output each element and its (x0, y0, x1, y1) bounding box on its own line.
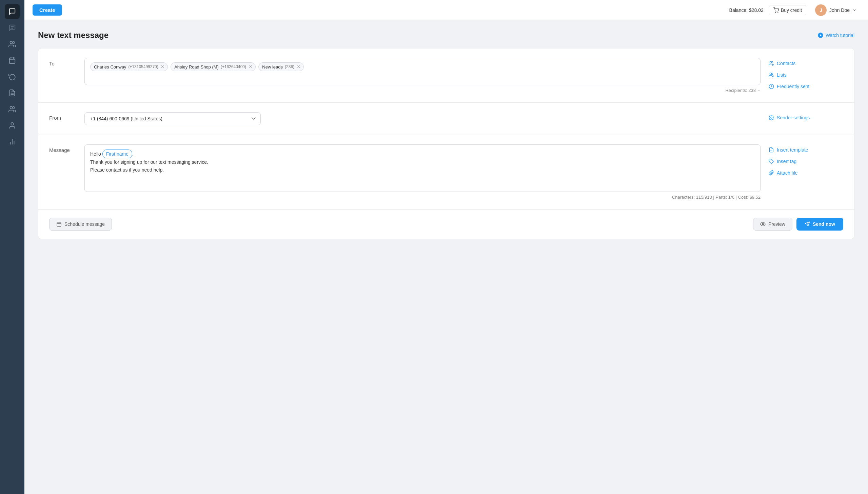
page-header: New text message Watch tutorial (38, 31, 854, 40)
sidebar-item-analytics[interactable] (5, 134, 20, 149)
remove-ahsley-button[interactable]: × (249, 64, 252, 70)
buy-credit-button[interactable]: Buy credit (769, 5, 806, 15)
buy-credit-label: Buy credit (781, 7, 802, 13)
message-line3: Please contact us if you need help. (90, 167, 164, 173)
schedule-label: Schedule message (64, 222, 105, 227)
chip-number: (+13105499270) (128, 64, 158, 69)
attach-file-label: Attach file (777, 170, 797, 176)
play-icon (817, 32, 824, 38)
sidebar-item-compose[interactable] (5, 4, 20, 19)
watch-tutorial-label: Watch tutorial (826, 33, 854, 38)
right-action-buttons: Preview Send now (753, 218, 843, 231)
paperclip-icon (769, 170, 774, 176)
sidebar-item-tasks[interactable] (5, 86, 20, 100)
to-label: To (49, 58, 76, 66)
message-line2: Thank you for signing up for our text me… (90, 159, 208, 165)
to-field-box[interactable]: Charles Conway (+13105499270) × Ahsley R… (84, 58, 760, 85)
insert-template-link[interactable]: Insert template (769, 146, 843, 154)
lists-link-label: Lists (777, 72, 787, 78)
create-button[interactable]: Create (33, 4, 62, 16)
main-content: Create Balance: $28.02 Buy credit J John… (24, 0, 868, 494)
compose-form: To Charles Conway (+13105499270) × Ahsle… (38, 48, 854, 239)
eye-icon (760, 222, 766, 227)
recipient-chip-charles: Charles Conway (+13105499270) × (90, 62, 168, 71)
template-icon (769, 147, 774, 153)
avatar: J (815, 4, 827, 16)
chip-name: Charles Conway (94, 64, 126, 70)
calendar-icon (56, 222, 62, 227)
message-comma: , (132, 151, 134, 157)
message-hello: Hello (90, 151, 102, 157)
preview-label: Preview (768, 222, 785, 227)
svg-point-9 (10, 107, 13, 109)
svg-rect-25 (57, 223, 61, 227)
sidebar-item-calendar[interactable] (5, 53, 20, 68)
cart-icon (773, 7, 779, 13)
insert-tag-label: Insert tag (777, 159, 796, 164)
frequently-sent-label: Frequently sent (777, 84, 810, 89)
from-field-area: +1 (844) 600-0669 (United States) (84, 112, 760, 125)
message-actions: Insert template Insert tag Attach f (769, 145, 843, 177)
to-field-area: Charles Conway (+13105499270) × Ahsley R… (84, 58, 760, 93)
balance-display: Balance: $28.02 (729, 7, 764, 13)
chip-number: (236) (285, 64, 294, 69)
chip-number: (+162640400) (221, 64, 246, 69)
sidebar-item-contacts[interactable] (5, 37, 20, 52)
attach-file-link[interactable]: Attach file (769, 169, 843, 177)
to-section: To Charles Conway (+13105499270) × Ahsle… (38, 49, 854, 103)
sidebar-item-messages[interactable] (5, 20, 20, 35)
bottom-actions: Schedule message Preview Send now (38, 210, 854, 239)
from-actions: Sender settings (769, 112, 843, 122)
user-menu[interactable]: J John Doe (812, 2, 860, 18)
schedule-button[interactable]: Schedule message (49, 218, 112, 231)
message-section: Message Hello First name, Thank you for … (38, 135, 854, 210)
sender-settings-link[interactable]: Sender settings (769, 114, 843, 122)
chevron-down-icon (852, 8, 856, 12)
page-title: New text message (38, 31, 109, 40)
to-actions: Contacts Lists Frequently sent (769, 58, 843, 91)
from-select[interactable]: +1 (844) 600-0669 (United States) (84, 112, 261, 125)
message-stats: Characters: 115/918 | Parts: 1/6 | Cost:… (84, 195, 760, 200)
message-input[interactable]: Hello First name, Thank you for signing … (84, 145, 760, 192)
remove-newleads-button[interactable]: × (297, 64, 300, 70)
from-label: From (49, 112, 76, 121)
clock-icon (769, 84, 774, 89)
sender-settings-label: Sender settings (777, 115, 810, 120)
from-section: From +1 (844) 600-0669 (United States) S… (38, 103, 854, 135)
svg-point-19 (770, 73, 771, 75)
insert-template-label: Insert template (777, 147, 808, 153)
preview-button[interactable]: Preview (753, 218, 792, 231)
sidebar-item-history[interactable] (5, 69, 20, 84)
firstname-tag[interactable]: First name (102, 150, 132, 158)
remove-charles-button[interactable]: × (161, 64, 164, 70)
chip-name: New leads (262, 64, 283, 70)
svg-point-14 (775, 12, 775, 12)
svg-point-21 (771, 117, 772, 118)
contacts-link[interactable]: Contacts (769, 59, 843, 68)
sidebar-item-account[interactable] (5, 118, 20, 133)
message-field-area: Hello First name, Thank you for signing … (84, 145, 760, 200)
contacts-link-label: Contacts (777, 61, 795, 66)
frequently-sent-link[interactable]: Frequently sent (769, 82, 843, 91)
lists-icon (769, 72, 774, 78)
send-button[interactable]: Send now (796, 218, 843, 231)
message-label: Message (49, 145, 76, 153)
chip-name: Ahsley Road Shop (M) (174, 64, 219, 70)
svg-point-15 (777, 12, 778, 12)
sidebar-item-team[interactable] (5, 102, 20, 117)
svg-point-2 (10, 41, 13, 44)
send-label: Send now (813, 222, 835, 227)
contacts-icon (769, 61, 774, 66)
svg-point-10 (11, 123, 13, 125)
page-body: New text message Watch tutorial To Charl… (24, 20, 868, 494)
recipients-count[interactable]: Recipients: 238 (84, 88, 760, 93)
svg-point-29 (762, 224, 764, 225)
watch-tutorial-link[interactable]: Watch tutorial (817, 32, 854, 38)
insert-tag-link[interactable]: Insert tag (769, 157, 843, 166)
sidebar (0, 0, 24, 494)
lists-link[interactable]: Lists (769, 71, 843, 79)
tag-icon (769, 159, 774, 164)
recipient-chip-newleads: New leads (236) × (258, 62, 304, 71)
user-name: John Doe (829, 7, 850, 13)
recipient-chip-ahsley: Ahsley Road Shop (M) (+162640400) × (171, 62, 256, 71)
